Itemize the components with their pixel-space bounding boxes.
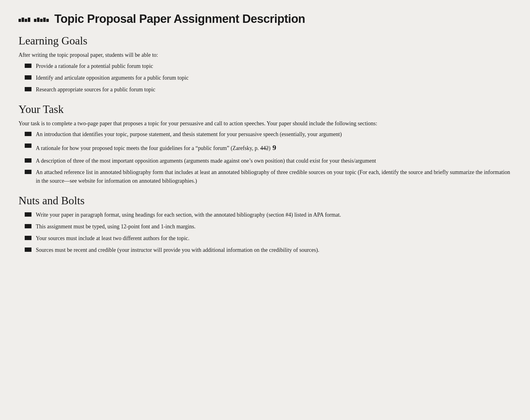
list-item: A rationale for how your proposed topic … (25, 142, 511, 153)
bullet-icon (25, 64, 31, 68)
nuts-and-bolts-heading: Nuts and Bolts (19, 194, 511, 207)
list-item: Sources must be recent and credible (you… (25, 246, 511, 255)
bar (43, 18, 46, 22)
list-item: Provide a rationale for a potential publ… (25, 62, 511, 71)
bullet-icon (25, 236, 31, 240)
list-item: A description of three of the most impor… (25, 157, 511, 165)
nuts-and-bolts-list: Write your paper in paragraph format, us… (25, 211, 511, 255)
page-header: Topic Proposal Paper Assignment Descript… (19, 12, 511, 26)
your-task-intro: Your task is to complete a two-page pape… (19, 119, 511, 128)
handwritten-annotation: 9 (273, 143, 276, 152)
list-item: Your sources must include at least two d… (25, 234, 511, 243)
bullet-text: Identify and articulate opposition argum… (36, 74, 511, 82)
section-learning-goals: Learning Goals After writing the topic p… (19, 34, 511, 94)
bullet-icon (25, 212, 31, 217)
bar-group-1 (19, 18, 30, 22)
list-item: An attached reference list in annotated … (25, 168, 511, 185)
list-item: Identify and articulate opposition argum… (25, 74, 511, 82)
bar (28, 18, 30, 22)
your-task-list: An introduction that identifies your top… (25, 130, 511, 185)
bullet-icon (25, 75, 31, 80)
bullet-icon (25, 143, 31, 148)
bullet-text: Provide a rationale for a potential publ… (36, 62, 511, 71)
section-nuts-and-bolts: Nuts and Bolts Write your paper in parag… (19, 194, 511, 255)
page-title: Topic Proposal Paper Assignment Descript… (54, 12, 305, 26)
bullet-text: This assignment must be typed, using 12-… (36, 222, 511, 231)
bar (40, 19, 43, 22)
list-item: Write your paper in paragraph format, us… (25, 211, 511, 219)
bar (25, 19, 27, 22)
bar (46, 19, 49, 22)
your-task-heading: Your Task (19, 103, 511, 116)
bar (22, 18, 24, 22)
bullet-text: A rationale for how your proposed topic … (36, 142, 511, 153)
learning-goals-heading: Learning Goals (19, 34, 511, 47)
list-item: Research appropriate sources for a publi… (25, 85, 511, 94)
header-icon (19, 18, 49, 22)
bullet-icon (25, 132, 31, 136)
bullet-text: Write your paper in paragraph format, us… (36, 211, 511, 219)
bullet-icon (25, 170, 31, 174)
bullet-icon (25, 158, 31, 163)
bullet-text: Research appropriate sources for a publi… (36, 85, 511, 94)
list-item: An introduction that identifies your top… (25, 130, 511, 139)
bullet-icon (25, 224, 31, 228)
list-item: This assignment must be typed, using 12-… (25, 222, 511, 231)
bar (34, 19, 36, 22)
bar-group-2 (34, 18, 49, 22)
bullet-icon (25, 247, 31, 252)
learning-goals-intro: After writing the topic proposal paper, … (19, 51, 511, 60)
bullet-text: Your sources must include at least two d… (36, 234, 511, 243)
section-your-task: Your Task Your task is to complete a two… (19, 103, 511, 186)
strikethrough-text: 442 (260, 145, 269, 151)
bullet-text: A description of three of the most impor… (36, 157, 511, 165)
bullet-text: Sources must be recent and credible (you… (36, 246, 511, 255)
bullet-text: An attached reference list in annotated … (36, 168, 511, 185)
learning-goals-list: Provide a rationale for a potential publ… (25, 62, 511, 94)
bar (37, 18, 40, 22)
bullet-text: An introduction that identifies your top… (36, 130, 511, 139)
bullet-icon (25, 87, 31, 91)
bar (19, 19, 21, 22)
